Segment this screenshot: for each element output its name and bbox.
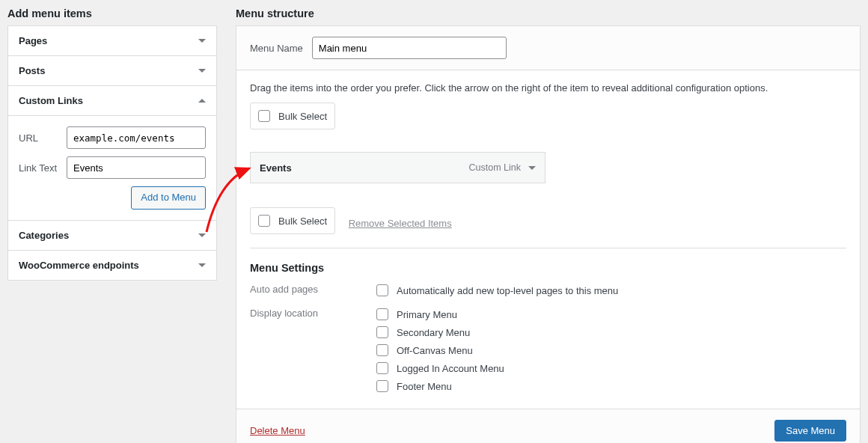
accordion-categories[interactable]: Categories: [8, 221, 216, 251]
accordion-woocommerce-label: WooCommerce endpoints: [19, 260, 139, 271]
location-off-canvas[interactable]: Off-Canvas Menu: [373, 341, 846, 359]
url-label: URL: [19, 132, 61, 144]
menu-name-label: Menu Name: [250, 43, 303, 54]
location-label: Logged In Account Menu: [397, 363, 504, 374]
location-primary[interactable]: Primary Menu: [373, 305, 846, 323]
accordion-pages-label: Pages: [19, 35, 47, 46]
location-label: Footer Menu: [397, 381, 452, 392]
location-checkbox[interactable]: [376, 380, 388, 392]
location-checkbox[interactable]: [376, 308, 388, 320]
accordion-posts-label: Posts: [19, 65, 45, 76]
bulk-select-checkbox[interactable]: [258, 215, 270, 227]
delete-menu-link[interactable]: Delete Menu: [250, 425, 305, 436]
location-checkbox[interactable]: [376, 344, 388, 356]
link-text-input[interactable]: [67, 156, 206, 179]
accordion-woocommerce[interactable]: WooCommerce endpoints: [8, 251, 216, 280]
auto-add-option[interactable]: Automatically add new top-level pages to…: [373, 281, 846, 299]
chevron-up-icon: [198, 99, 206, 103]
accordion-custom-links-label: Custom Links: [19, 95, 83, 106]
location-secondary[interactable]: Secondary Menu: [373, 323, 846, 341]
url-input[interactable]: [67, 126, 206, 149]
accordion-pages[interactable]: Pages: [8, 26, 216, 56]
location-checkbox[interactable]: [376, 362, 388, 374]
location-checkbox[interactable]: [376, 326, 388, 338]
chevron-down-icon: [198, 263, 206, 267]
bulk-select-top[interactable]: Bulk Select: [250, 103, 335, 129]
save-menu-button[interactable]: Save Menu: [774, 420, 846, 442]
bulk-select-bottom[interactable]: Bulk Select: [250, 207, 335, 234]
menu-settings-heading: Menu Settings: [250, 262, 846, 274]
accordion-custom-links[interactable]: Custom Links: [8, 86, 216, 116]
menu-item-title: Events: [260, 162, 292, 174]
remove-selected-link: Remove Selected Items: [349, 218, 452, 229]
auto-add-label: Auto add pages: [250, 281, 373, 295]
menu-item-events[interactable]: Events Custom Link: [250, 152, 545, 183]
accordion-categories-label: Categories: [19, 230, 69, 241]
chevron-down-icon: [198, 39, 206, 43]
custom-links-body: URL Link Text Add to Menu: [8, 116, 216, 221]
chevron-down-icon: [198, 69, 206, 73]
accordion-posts[interactable]: Posts: [8, 56, 216, 86]
chevron-down-icon: [528, 166, 536, 170]
bulk-select-checkbox[interactable]: [258, 110, 270, 122]
location-footer[interactable]: Footer Menu: [373, 377, 846, 395]
instructions-text: Drag the items into the order you prefer…: [250, 82, 846, 94]
menu-name-input[interactable]: [312, 37, 507, 59]
location-logged-in[interactable]: Logged In Account Menu: [373, 359, 846, 377]
display-location-label: Display location: [250, 305, 373, 319]
menu-structure-heading: Menu structure: [236, 7, 861, 19]
link-text-label: Link Text: [19, 162, 61, 174]
menu-item-type: Custom Link: [469, 162, 521, 173]
auto-add-text: Automatically add new top-level pages to…: [397, 285, 618, 296]
bulk-select-label: Bulk Select: [278, 111, 327, 122]
location-label: Off-Canvas Menu: [397, 345, 473, 356]
menu-structure-panel: Menu Name Drag the items into the order …: [236, 25, 861, 443]
auto-add-checkbox[interactable]: [376, 284, 388, 296]
add-menu-items-heading: Add menu items: [7, 7, 217, 19]
add-to-menu-button[interactable]: Add to Menu: [131, 186, 206, 210]
add-items-accordion: Pages Posts Custom Links URL Link Text: [7, 25, 217, 281]
bulk-select-label: Bulk Select: [278, 216, 327, 227]
location-label: Secondary Menu: [397, 327, 470, 338]
chevron-down-icon: [198, 233, 206, 237]
location-label: Primary Menu: [397, 309, 457, 320]
